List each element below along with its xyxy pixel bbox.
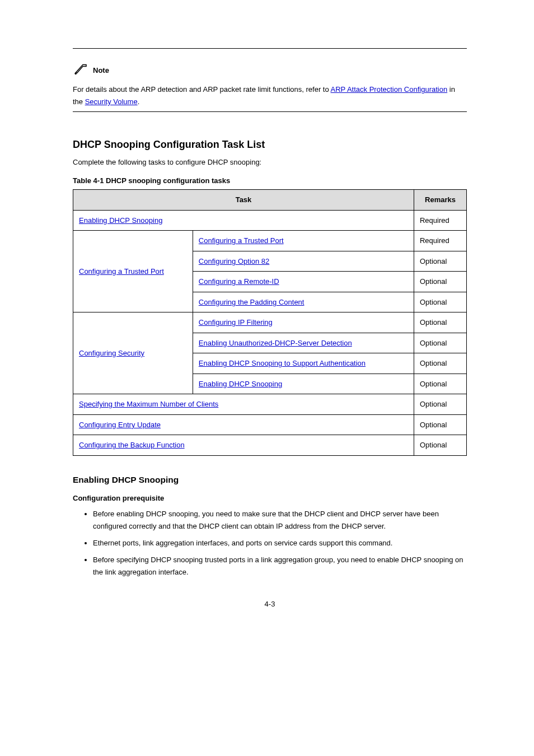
note-header: Note xyxy=(73,62,467,78)
task-link[interactable]: Configuring Entry Update xyxy=(79,421,161,429)
task-link[interactable]: Configuring IP Filtering xyxy=(199,318,273,326)
task-link[interactable]: Specifying the Maximum Number of Clients xyxy=(79,400,218,408)
list-item: Ethernet ports, link aggregation interfa… xyxy=(93,537,467,549)
task-table: Task Remarks Enabling DHCP SnoopingRequi… xyxy=(73,189,467,456)
note-tail: . xyxy=(138,97,140,106)
remark-cell: Optional xyxy=(414,272,466,292)
task-group-link[interactable]: Configuring Security xyxy=(79,349,144,357)
remark-cell: Optional xyxy=(414,394,466,415)
table-row: Enabling DHCP SnoopingRequired xyxy=(73,210,467,231)
table-row: Configuring Entry UpdateOptional xyxy=(73,414,467,435)
remark-cell: Required xyxy=(414,210,466,231)
subsection-title: Enabling DHCP Snooping xyxy=(73,475,467,485)
note-bottom-rule xyxy=(73,111,467,112)
task-link[interactable]: Enabling DHCP Snooping to Support Authen… xyxy=(199,359,366,367)
task-link[interactable]: Configuring a Trusted Port xyxy=(199,236,284,245)
note-body: For details about the ARP detection and … xyxy=(73,83,467,108)
remark-cell: Optional xyxy=(414,333,466,353)
security-volume-link[interactable]: Security Volume xyxy=(85,97,138,106)
task-link[interactable]: Configuring the Padding Content xyxy=(199,298,305,306)
task-link[interactable]: Enabling DHCP Snooping xyxy=(199,380,282,388)
section-intro: Complete the following tasks to configur… xyxy=(73,156,467,169)
task-link[interactable]: Configuring Option 82 xyxy=(199,257,269,265)
task-link[interactable]: Configuring the Backup Function xyxy=(79,441,185,449)
prereq-list: Before enabling DHCP snooping, you need … xyxy=(73,508,467,578)
table-row: Configuring a Trusted PortConfiguring a … xyxy=(73,231,467,251)
remark-cell: Optional xyxy=(414,312,466,333)
table-header-row: Task Remarks xyxy=(73,190,467,211)
table-row: Configuring SecurityConfiguring IP Filte… xyxy=(73,312,467,333)
task-link[interactable]: Configuring a Remote-ID xyxy=(199,277,279,286)
remark-cell: Required xyxy=(414,231,466,251)
col-task: Task xyxy=(73,190,414,211)
remark-cell: Optional xyxy=(414,414,466,435)
remark-cell: Optional xyxy=(414,251,466,272)
task-link[interactable]: Enabling Unauthorized-DHCP-Server Detect… xyxy=(199,339,352,347)
page-number: 4-3 xyxy=(73,600,467,608)
list-item: Before enabling DHCP snooping, you need … xyxy=(93,508,467,533)
col-remarks: Remarks xyxy=(414,190,466,211)
table-row: Specifying the Maximum Number of Clients… xyxy=(73,394,467,415)
top-rule xyxy=(73,48,467,49)
section-title: DHCP Snooping Configuration Task List xyxy=(73,139,467,151)
note-icon xyxy=(73,62,90,78)
table-caption: Table 4-1 DHCP snooping configuration ta… xyxy=(73,176,467,185)
config-prereq-title: Configuration prerequisite xyxy=(73,494,467,502)
note-text-prefix: For details about the ARP detection and … xyxy=(73,85,331,94)
remark-cell: Optional xyxy=(414,435,466,456)
table-row: Configuring the Backup FunctionOptional xyxy=(73,435,467,456)
task-link[interactable]: Enabling DHCP Snooping xyxy=(79,216,162,225)
remark-cell: Optional xyxy=(414,374,466,394)
note-label: Note xyxy=(93,66,109,74)
task-group-link[interactable]: Configuring a Trusted Port xyxy=(79,267,164,276)
remark-cell: Optional xyxy=(414,292,466,312)
arp-protection-link[interactable]: ARP Attack Protection Configuration xyxy=(331,85,448,94)
remark-cell: Optional xyxy=(414,353,466,374)
list-item: Before specifying DHCP snooping trusted … xyxy=(93,554,467,578)
